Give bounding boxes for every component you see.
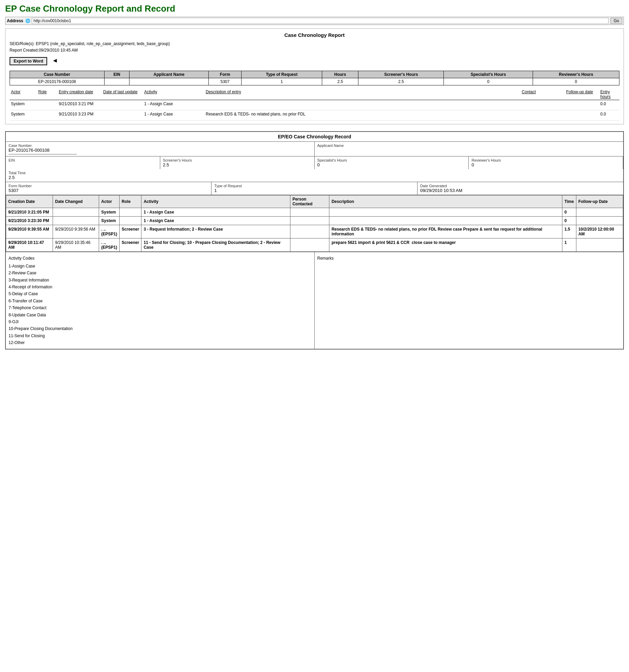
table-cell xyxy=(120,208,141,217)
table-cell: prepare 5621 import & print 5621 & CCR c… xyxy=(329,238,562,252)
table-cell: 0 xyxy=(444,78,533,85)
date-generated-cell: Date Generated 09/29/2010 10:53 AM xyxy=(418,182,623,195)
report-title: Case Chronology Report xyxy=(10,32,619,38)
table-cell xyxy=(329,208,562,217)
screeners-hours-label: Screener's Hours xyxy=(163,158,312,162)
rt-col-description: Description xyxy=(329,195,562,208)
table-cell xyxy=(290,217,329,225)
activity-cell: System xyxy=(10,112,37,119)
col-specialists-hours: Specialist's Hours xyxy=(444,71,533,78)
form-number-label: Form Number xyxy=(9,184,208,188)
rt-col-role: Role xyxy=(120,195,141,208)
table-cell xyxy=(290,238,329,252)
table-row: 9/29/2010 9:39:55 AM9/29/2010 9:39:56 AM… xyxy=(6,225,623,238)
table-cell: 1.5 xyxy=(562,225,576,238)
col-reviewers-hours: Reviewer's Hours xyxy=(533,71,619,78)
activity-cell xyxy=(37,112,57,119)
activity-code-item: 11-Send for Closing xyxy=(9,332,312,339)
table-cell: Research EDS & TEDS- no related plans, n… xyxy=(329,225,562,238)
report-created: Report Created:09/29/2010 10:45 AM xyxy=(10,47,619,54)
ah-creation-date: Entry creation date xyxy=(57,90,102,99)
activity-cell: 1 - Assign Case xyxy=(143,112,204,119)
col-form: Form xyxy=(209,71,242,78)
col-applicant-name: Applicant Name xyxy=(129,71,209,78)
table-cell: 1 xyxy=(242,78,322,85)
activity-cell: 9/21/2010 3:21 PM xyxy=(57,101,102,109)
export-to-word-button[interactable]: Export to Word xyxy=(10,57,47,65)
address-bar: Address 🌐 http://cov0010clsbo1 Go xyxy=(5,17,624,25)
table-cell: System xyxy=(99,217,120,225)
table-cell: 1 - Assign Case xyxy=(141,208,290,217)
activity-codes-section: Activity Codes 1-Assign Case 2-Review Ca… xyxy=(6,252,623,349)
table-cell: 0 xyxy=(562,217,576,225)
col-ein: EIN xyxy=(104,71,129,78)
activity-header: Actor Role Entry creation date Date of l… xyxy=(10,89,619,100)
rt-col-followup-date: Follow-up Date xyxy=(576,195,623,208)
ein-cell: EIN xyxy=(6,156,160,169)
case-number-value: EP-2010176-000108 xyxy=(9,148,312,153)
total-time-value: 2.5 xyxy=(9,175,158,180)
activity-cell: 9/21/2010 3:23 PM xyxy=(57,112,102,119)
table-cell: 9/29/2010 9:39:56 AM xyxy=(53,225,99,238)
table-cell: . .. (EPSP1) xyxy=(99,238,120,252)
ein-label: EIN xyxy=(9,158,157,162)
table-cell: 11 - Send for Closing; 10 - Prepare Clos… xyxy=(141,238,290,252)
table-cell: 5307 xyxy=(209,78,242,85)
type-of-request-label: Type of Request xyxy=(214,184,414,188)
activity-cell xyxy=(565,101,599,109)
table-cell xyxy=(290,208,329,217)
table-cell: 9/29/2010 10:35:46 AM xyxy=(53,238,99,252)
table-cell: System xyxy=(99,208,120,217)
table-cell xyxy=(290,225,329,238)
type-of-request-value: 1 xyxy=(214,188,414,193)
activity-row: System9/21/2010 3:21 PM1 - Assign Case0.… xyxy=(10,100,619,110)
specialists-hours-cell: Specialist's Hours 0 xyxy=(315,156,469,169)
top-report-section: Case Chronology Report SEID/Role(s): EPS… xyxy=(5,28,624,124)
ah-description: Description of entry xyxy=(204,90,520,99)
table-cell: 9/29/2010 10:11:47 AM xyxy=(6,238,53,252)
case-number-cell: Case Number EP-2010176-000108 xyxy=(6,142,315,156)
activity-cell xyxy=(37,101,57,109)
reviewers-hours-label: Reviewer's Hours xyxy=(471,158,620,162)
remarks-label: Remarks xyxy=(317,255,621,262)
remarks-cell: Remarks xyxy=(315,252,624,349)
activity-code-item: 1-Assign Case xyxy=(9,263,312,270)
table-cell xyxy=(329,217,562,225)
activity-code-item: 6-Transfer of Case xyxy=(9,298,312,304)
browser-icon: 🌐 xyxy=(25,18,30,23)
record-row-hours: EIN Screener's Hours 2.5 Specialist's Ho… xyxy=(6,156,623,182)
table-row: 9/21/2010 3:23:30 PMSystem1 - Assign Cas… xyxy=(6,217,623,225)
applicant-name-label: Applicant Name xyxy=(317,143,621,148)
table-cell: 9/29/2010 9:39:55 AM xyxy=(6,225,53,238)
table-cell: 1 - Assign Case xyxy=(141,217,290,225)
specialists-hours-label: Specialist's Hours xyxy=(317,158,466,162)
ah-followup: Follow-up date xyxy=(565,90,599,99)
type-of-request-cell: Type of Request 1 xyxy=(211,182,417,195)
record-row-case: Case Number EP-2010176-000108 Applicant … xyxy=(6,142,623,156)
table-cell xyxy=(120,217,141,225)
table-row: 9/29/2010 10:11:47 AM9/29/2010 10:35:46 … xyxy=(6,238,623,252)
address-url[interactable]: http://cov0010clsbo1 xyxy=(32,18,609,24)
rt-col-date-changed: Date Changed xyxy=(53,195,99,208)
activity-cell: Research EDS & TEDS- no related plans, n… xyxy=(204,112,520,119)
rt-col-actor: Actor xyxy=(99,195,120,208)
date-generated-value: 09/29/2010 10:53 AM xyxy=(420,188,620,193)
table-row: EP-2010176-000108530712.52.500 xyxy=(10,78,619,85)
table-cell xyxy=(53,217,99,225)
rt-col-creation-date: Creation Date xyxy=(6,195,53,208)
ah-role: Role xyxy=(37,90,57,99)
activity-code-item: 5-Delay of Case xyxy=(9,290,312,297)
table-cell: 0 xyxy=(533,78,619,85)
activity-cell xyxy=(565,112,599,119)
address-label: Address xyxy=(7,18,23,23)
case-number-label: Case Number xyxy=(9,143,312,148)
ah-hours: Entry hours xyxy=(599,90,619,99)
table-cell: Screener xyxy=(120,225,141,238)
activity-row: System9/21/2010 3:23 PM1 - Assign CaseRe… xyxy=(10,110,619,121)
specialists-hours-value: 0 xyxy=(317,162,466,167)
screeners-hours-cell: Screener's Hours 2.5 xyxy=(160,156,315,169)
table-row: 9/21/2010 3:21:05 PMSystem1 - Assign Cas… xyxy=(6,208,623,217)
go-button[interactable]: Go xyxy=(611,18,622,24)
bottom-record-section: EP/EO Case Chronology Record Case Number… xyxy=(5,131,624,349)
table-cell: 3 - Request Information; 2 - Review Case xyxy=(141,225,290,238)
